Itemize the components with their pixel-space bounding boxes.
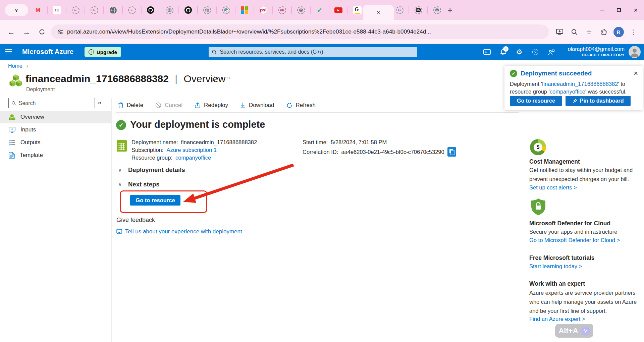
window-maximize-button[interactable] [610, 0, 627, 20]
pinned-tab-psi2[interactable]: psi [277, 3, 287, 17]
find-expert-link[interactable]: Find an Azure expert > [529, 316, 585, 322]
pinned-tab-tc[interactable]: TC [52, 3, 62, 17]
pinned-tab-globe[interactable] [108, 3, 118, 17]
toast-group-link[interactable]: companyoffice [550, 89, 585, 95]
site-settings-button[interactable] [54, 26, 67, 37]
go-to-resource-button[interactable]: Go to resource [130, 195, 180, 206]
download-icon [240, 102, 246, 108]
pinned-tab-colorglobe[interactable] [221, 3, 231, 17]
reload-button[interactable] [34, 24, 50, 40]
tab-separator [160, 6, 160, 14]
pinned-tab-dev[interactable]: DEV [413, 3, 423, 17]
install-app-button[interactable] [552, 24, 567, 39]
refresh-button[interactable]: Refresh [286, 102, 316, 109]
active-tab[interactable]: × [363, 5, 394, 20]
azure-search-input[interactable] [220, 49, 414, 55]
breadcrumb-home-link[interactable]: Home [8, 63, 22, 69]
shortcut-badge[interactable]: Alt+A [555, 324, 593, 338]
sidebar-search[interactable] [8, 98, 95, 108]
deployment-details-section[interactable]: ∨ Deployment details [118, 166, 185, 174]
browser-profile-button[interactable]: R [611, 24, 626, 39]
pinned-tab-github2[interactable] [183, 3, 193, 17]
close-icon[interactable]: × [376, 9, 380, 16]
copy-icon[interactable] [447, 147, 456, 157]
search-icon [571, 29, 578, 35]
install-icon [556, 29, 563, 35]
pinned-tab-youtube[interactable]: ▶ [333, 3, 343, 17]
notifications-button[interactable]: 1 [495, 44, 511, 60]
zoom-button[interactable] [567, 24, 582, 39]
url-text[interactable]: portal.azure.com/#view/HubsExtension/Dep… [67, 28, 431, 35]
new-tab-button[interactable]: + [447, 5, 452, 15]
tab-separator [347, 6, 348, 14]
sidebar-item-outputs[interactable]: Outputs [0, 136, 111, 149]
delete-button[interactable]: Delete [118, 102, 143, 109]
address-bar[interactable]: portal.azure.com/#view/HubsExtension/Dep… [51, 24, 549, 39]
pinned-tab-github[interactable] [146, 3, 156, 17]
subscription-row: Subscription:Azure subscription 1 [131, 146, 257, 154]
sidebar-item-template[interactable]: Template [0, 149, 111, 162]
set-up-cost-alerts-link[interactable]: Set up cost alerts > [529, 184, 577, 191]
pinned-tab-openai[interactable] [296, 3, 306, 17]
pinned-tab-gmail[interactable]: M [33, 3, 43, 17]
globe-icon [109, 6, 117, 14]
pinned-tab-globe3[interactable] [202, 3, 212, 17]
account-info[interactable]: olaraph004@gmail.com DEFAULT DIRECTORY [568, 46, 625, 57]
feedback-button[interactable] [543, 44, 559, 60]
toast-body-text: Deployment ' [510, 81, 542, 87]
azure-brand[interactable]: Microsoft Azure [22, 48, 73, 56]
pinned-tab-globe2[interactable] [164, 3, 174, 17]
sidebar-item-overview[interactable]: Overview [0, 111, 111, 123]
screen: ∨ M TC tc tc tc psi psi ✓ ▶ G [0, 0, 644, 342]
toast-deployment-link[interactable]: financeadmin_1716886888382 [542, 81, 618, 87]
bookmark-button[interactable]: ☆ [582, 24, 596, 39]
pinned-tab-tc2[interactable]: tc [70, 3, 80, 17]
help-button[interactable]: ? [527, 44, 543, 60]
more-options-button[interactable]: … [223, 72, 231, 80]
page-title: financeadmin_1716886888382 | Overview [25, 73, 225, 84]
pinned-tab-tc3[interactable]: tc [89, 3, 99, 17]
avatar[interactable] [629, 46, 641, 58]
hamburger-menu-button[interactable] [5, 49, 12, 54]
cancel-label: Cancel [165, 102, 182, 109]
pinned-tab-check[interactable]: ✓ [315, 3, 325, 17]
browser-menu-button[interactable]: ⋮ [626, 24, 641, 39]
sidebar-collapse-button[interactable]: « [98, 99, 102, 106]
start-learning-link[interactable]: Start learning today > [529, 263, 582, 270]
pinned-tab-psi[interactable]: psi [258, 3, 268, 17]
feedback-link[interactable]: Tell us about your experience with deplo… [116, 228, 242, 235]
forward-button[interactable]: → [19, 24, 34, 40]
github-icon [147, 6, 155, 14]
settings-button[interactable]: ⚙ [511, 44, 527, 60]
next-steps-section[interactable]: ∧ Next steps [118, 181, 160, 188]
resource-group-link[interactable]: companyoffice [175, 155, 211, 161]
gmail-icon: M [36, 7, 40, 13]
azure-search-bar[interactable] [209, 47, 417, 57]
download-button[interactable]: Download [240, 102, 274, 109]
cloud-shell-button[interactable]: >_ [479, 44, 495, 60]
window-minimize-button[interactable] [594, 0, 610, 20]
sidebar-item-inputs[interactable]: Inputs [0, 123, 111, 136]
pinned-tab-printer[interactable] [432, 3, 442, 17]
redeploy-button[interactable]: Redeploy [195, 102, 228, 109]
toast-go-to-resource-button[interactable]: Go to resource [510, 96, 562, 106]
back-button[interactable]: ← [3, 24, 19, 40]
extensions-button[interactable] [596, 24, 611, 39]
pinned-tab-google[interactable]: G [394, 3, 405, 17]
pin-button[interactable] [211, 76, 218, 84]
cancel-button[interactable]: Cancel [155, 102, 182, 109]
window-close-button[interactable]: × [627, 0, 644, 20]
tab-separator [178, 6, 179, 14]
defender-link[interactable]: Go to Microsoft Defender for Cloud > [529, 237, 620, 243]
subscription-link[interactable]: Azure subscription 1 [166, 147, 217, 153]
close-icon: × [634, 6, 638, 14]
toast-pin-to-dashboard-button[interactable]: Pin to dashboard [566, 96, 631, 106]
pinned-tab-tc4[interactable]: tc [127, 3, 137, 17]
tab-search-button[interactable]: ∨ [5, 4, 28, 16]
upgrade-button[interactable]: ↑ Upgrade [85, 47, 121, 57]
pinned-tab-g[interactable]: G [352, 3, 362, 17]
sidebar-search-input[interactable] [19, 100, 92, 106]
pinned-tab-microsoft[interactable] [239, 3, 250, 17]
chevron-down-icon: ∨ [15, 7, 18, 13]
close-icon[interactable]: × [634, 69, 638, 78]
